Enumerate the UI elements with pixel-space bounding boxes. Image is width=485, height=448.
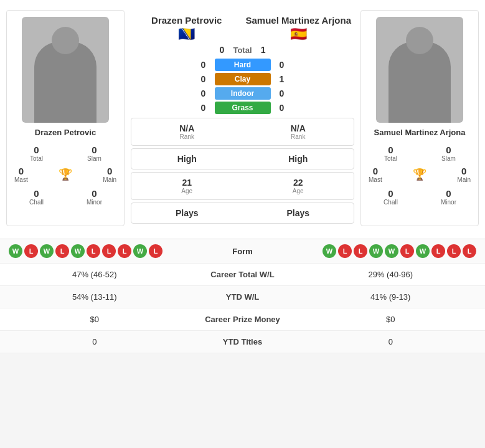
right-silhouette-head bbox=[406, 27, 433, 54]
mid-left-name-block: Drazen Petrovic 🇧🇦 bbox=[131, 15, 243, 42]
form-pill-w: W bbox=[323, 244, 336, 258]
surface-row-indoor: 0 Indoor 0 bbox=[131, 87, 354, 100]
right-rank-cell: N/A Rank bbox=[243, 118, 354, 145]
surface-btn-clay[interactable]: Clay bbox=[215, 73, 271, 85]
surface-btn-hard[interactable]: Hard bbox=[215, 59, 271, 71]
right-chall-label: Chall bbox=[384, 199, 398, 206]
left-flag: 🇧🇦 bbox=[131, 26, 243, 42]
right-minor-label: Minor bbox=[441, 199, 456, 206]
right-total-cell: 0 Total bbox=[365, 143, 417, 163]
stat-right-3: 0 bbox=[305, 337, 477, 346]
right-plays-cell: Plays bbox=[243, 203, 354, 223]
middle-panel: Drazen Petrovic 🇧🇦 Samuel Martinez Arjon… bbox=[128, 10, 357, 226]
stat-row-1: 54% (13-11) YTD W/L 41% (9-13) bbox=[0, 286, 485, 308]
form-pill-l: L bbox=[149, 244, 162, 258]
right-stats-grid: 0 Total 0 Slam bbox=[365, 143, 474, 163]
left-main-cell: 0 Main bbox=[101, 164, 118, 184]
form-pill-l: L bbox=[463, 244, 476, 258]
form-pill-w: W bbox=[385, 244, 398, 258]
left-silhouette-body bbox=[34, 42, 97, 123]
right-trophy-icon: 🏆 bbox=[413, 168, 426, 181]
right-avatar bbox=[376, 17, 463, 123]
high-box: High High bbox=[131, 148, 354, 169]
form-pill-w: W bbox=[40, 244, 54, 258]
left-minor-value: 0 bbox=[92, 188, 97, 199]
left-age-label: Age bbox=[134, 188, 240, 194]
left-mast-value: 0 bbox=[19, 166, 24, 176]
main-container: Drazen Petrovic 0 Total 0 Slam 0 Mast 🏆 bbox=[0, 0, 485, 353]
right-total-label: Total bbox=[384, 155, 397, 162]
mid-right-name-block: Samuel Martinez Arjona 🇪🇸 bbox=[243, 15, 355, 42]
right-minor-cell: 0 Minor bbox=[423, 187, 474, 207]
left-grass-score: 0 bbox=[197, 103, 210, 113]
right-rank-value: N/A bbox=[245, 123, 352, 133]
right-high-cell: High bbox=[243, 149, 354, 169]
left-clay-score: 0 bbox=[197, 74, 210, 84]
total-label: Total bbox=[233, 45, 252, 55]
left-minor-label: Minor bbox=[87, 199, 102, 206]
left-mast-cell: 0 Mast bbox=[13, 164, 29, 184]
form-pill-w: W bbox=[71, 244, 85, 258]
stat-right-0: 29% (40-96) bbox=[305, 270, 477, 279]
left-form-pills: WLWLWLLLWL bbox=[9, 244, 205, 258]
form-label: Form bbox=[205, 247, 280, 256]
stat-left-1: 54% (13-11) bbox=[9, 292, 181, 302]
left-total-label: Total bbox=[30, 155, 43, 162]
left-main-value: 0 bbox=[107, 166, 112, 176]
form-pill-w: W bbox=[369, 244, 383, 258]
left-player-name: Drazen Petrovic bbox=[35, 128, 96, 137]
right-main-value: 0 bbox=[461, 166, 466, 176]
right-trophy-row: 0 Mast 🏆 0 Main bbox=[365, 164, 474, 184]
right-mast-value: 0 bbox=[373, 166, 378, 176]
right-chall-value: 0 bbox=[388, 188, 393, 199]
form-pill-l: L bbox=[338, 244, 352, 258]
stat-row-2: $0 Career Prize Money $0 bbox=[0, 308, 485, 331]
surface-btn-indoor[interactable]: Indoor bbox=[215, 87, 271, 100]
age-row: 21 Age 22 Age bbox=[131, 173, 354, 199]
bottom-section: WLWLWLLLWL Form WLLWWLWLLL 47% (46-52) C… bbox=[0, 239, 485, 353]
left-hard-score: 0 bbox=[197, 60, 210, 70]
form-pill-l: L bbox=[24, 244, 38, 258]
top-section: Drazen Petrovic 0 Total 0 Slam 0 Mast 🏆 bbox=[0, 0, 485, 232]
left-bottom-stats: 0 Chall 0 Minor bbox=[11, 187, 120, 207]
right-chall-cell: 0 Chall bbox=[365, 187, 417, 207]
total-row: 0 Total 1 bbox=[131, 45, 354, 55]
left-total-score: 0 bbox=[215, 45, 228, 55]
right-player-name: Samuel Martinez Arjona bbox=[374, 128, 466, 137]
right-bottom-stats: 0 Chall 0 Minor bbox=[365, 187, 474, 207]
rank-row: N/A Rank N/A Rank bbox=[131, 118, 354, 145]
left-chall-label: Chall bbox=[29, 199, 44, 206]
right-flag: 🇪🇸 bbox=[243, 26, 355, 42]
stat-center-2: Career Prize Money bbox=[181, 315, 305, 324]
left-minor-cell: 0 Minor bbox=[68, 187, 120, 207]
left-rank-cell: N/A Rank bbox=[131, 118, 243, 145]
right-plays-value: Plays bbox=[245, 208, 352, 218]
right-player-card: Samuel Martinez Arjona 0 Total 0 Slam 0 … bbox=[360, 10, 479, 226]
right-high-value: High bbox=[245, 154, 352, 164]
form-pill-w: W bbox=[9, 244, 22, 258]
right-form-pills: WLLWWLWLLL bbox=[280, 244, 477, 258]
left-slam-label: Slam bbox=[87, 155, 101, 162]
right-silhouette-body bbox=[388, 42, 451, 123]
stat-center-0: Career Total W/L bbox=[181, 270, 305, 279]
left-silhouette-head bbox=[52, 27, 79, 54]
form-pill-l: L bbox=[400, 244, 414, 258]
left-slam-value: 0 bbox=[92, 145, 97, 155]
age-box: 21 Age 22 Age bbox=[131, 172, 354, 200]
right-total-score: 1 bbox=[257, 45, 270, 55]
surface-rows: 0 Hard 0 0 Clay 1 0 Indoor 0 0 Grass 0 bbox=[131, 59, 354, 114]
right-hard-score: 0 bbox=[276, 60, 288, 70]
rank-box: N/A Rank N/A Rank bbox=[131, 118, 354, 146]
surface-btn-grass[interactable]: Grass bbox=[215, 102, 271, 114]
form-pill-l: L bbox=[102, 244, 116, 258]
left-plays-cell: Plays bbox=[131, 203, 243, 223]
right-minor-value: 0 bbox=[446, 188, 451, 199]
surface-row-grass: 0 Grass 0 bbox=[131, 102, 354, 114]
form-pill-l: L bbox=[118, 244, 131, 258]
left-total-value: 0 bbox=[34, 145, 39, 155]
right-main-label: Main bbox=[457, 176, 471, 183]
right-slam-cell: 0 Slam bbox=[423, 143, 474, 163]
left-high-cell: High bbox=[131, 149, 243, 169]
stat-row-3: 0 YTD Titles 0 bbox=[0, 331, 485, 353]
right-rank-label: Rank bbox=[245, 133, 352, 140]
